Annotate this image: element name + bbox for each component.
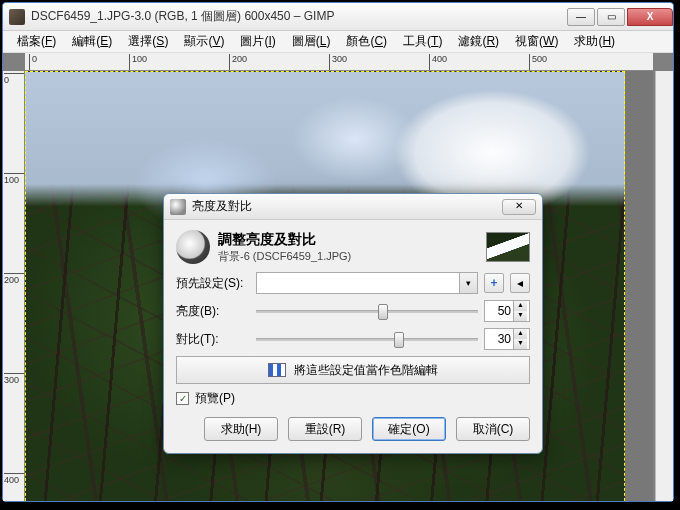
dialog-heading: 調整亮度及對比 [218,231,351,249]
contrast-label: 對比(T): [176,331,250,348]
up-arrow-icon[interactable]: ▲ [514,329,527,339]
contrast-slider[interactable] [256,330,478,348]
menu-i[interactable]: 圖片(I) [234,31,281,52]
dialog-icon [170,199,186,215]
dialog-close-button[interactable]: ✕ [502,199,536,215]
menu-c[interactable]: 顏色(C) [340,31,393,52]
image-thumbnail [486,232,530,262]
maximize-button[interactable]: ▭ [597,8,625,26]
minimize-button[interactable]: — [567,8,595,26]
menu-t[interactable]: 工具(T) [397,31,448,52]
dialog-subheading: 背景-6 (DSCF6459_1.JPG) [218,249,351,264]
contrast-spinbox[interactable]: ▲▼ [484,328,530,350]
brightness-spinbox[interactable]: ▲▼ [484,300,530,322]
cancel-button[interactable]: 取消(C) [456,417,530,441]
scrollbar-vertical[interactable] [655,71,673,501]
menu-h[interactable]: 求助(H) [568,31,621,52]
app-icon [9,9,25,25]
preview-checkbox[interactable]: ✓ 預覽(P) [176,390,530,407]
ok-button[interactable]: 確定(O) [372,417,446,441]
preset-select[interactable]: ▾ [256,272,478,294]
brightness-contrast-dialog: 亮度及對比 ✕ 調整亮度及對比 背景-6 (DSCF6459_1.JPG) 預先… [163,193,543,454]
brightness-contrast-icon [176,230,210,264]
preset-label: 預先設定(S): [176,275,250,292]
contrast-input[interactable] [485,332,513,346]
preview-label: 預覽(P) [195,390,235,407]
help-button[interactable]: 求助(H) [204,417,278,441]
brightness-label: 亮度(B): [176,303,250,320]
brightness-slider[interactable] [256,302,478,320]
ruler-vertical: 0100200300400 [3,71,25,501]
menu-s[interactable]: 選擇(S) [122,31,174,52]
menu-f[interactable]: 檔案(F) [11,31,62,52]
reset-button[interactable]: 重設(R) [288,417,362,441]
window-title: DSCF6459_1.JPG-3.0 (RGB, 1 個圖層) 600x450 … [31,8,567,25]
close-button[interactable]: X [627,8,673,26]
dialog-title: 亮度及對比 [192,198,252,215]
dialog-titlebar: 亮度及對比 ✕ [164,194,542,220]
menu-r[interactable]: 濾鏡(R) [452,31,505,52]
workspace: 0100200300400500 0100200300400 亮度及對比 ✕ 調… [3,53,673,501]
levels-button-label: 將這些設定值當作色階編輯 [294,362,438,379]
chevron-down-icon: ▾ [459,273,477,293]
main-window: DSCF6459_1.JPG-3.0 (RGB, 1 個圖層) 600x450 … [2,2,674,502]
menubar: 檔案(F)編輯(E)選擇(S)顯示(V)圖片(I)圖層(L)顏色(C)工具(T)… [3,31,673,53]
down-arrow-icon[interactable]: ▼ [514,311,527,321]
up-arrow-icon[interactable]: ▲ [514,301,527,311]
menu-e[interactable]: 編輯(E) [66,31,118,52]
menu-l[interactable]: 圖層(L) [286,31,337,52]
preset-menu-button[interactable]: ◂ [510,273,530,293]
levels-icon [268,363,286,377]
menu-w[interactable]: 視窗(W) [509,31,564,52]
down-arrow-icon[interactable]: ▼ [514,339,527,349]
edit-as-levels-button[interactable]: 將這些設定值當作色階編輯 [176,356,530,384]
checkbox-icon: ✓ [176,392,189,405]
add-preset-button[interactable]: + [484,273,504,293]
ruler-horizontal: 0100200300400500 [25,53,653,71]
menu-v[interactable]: 顯示(V) [178,31,230,52]
brightness-input[interactable] [485,304,513,318]
titlebar: DSCF6459_1.JPG-3.0 (RGB, 1 個圖層) 600x450 … [3,3,673,31]
